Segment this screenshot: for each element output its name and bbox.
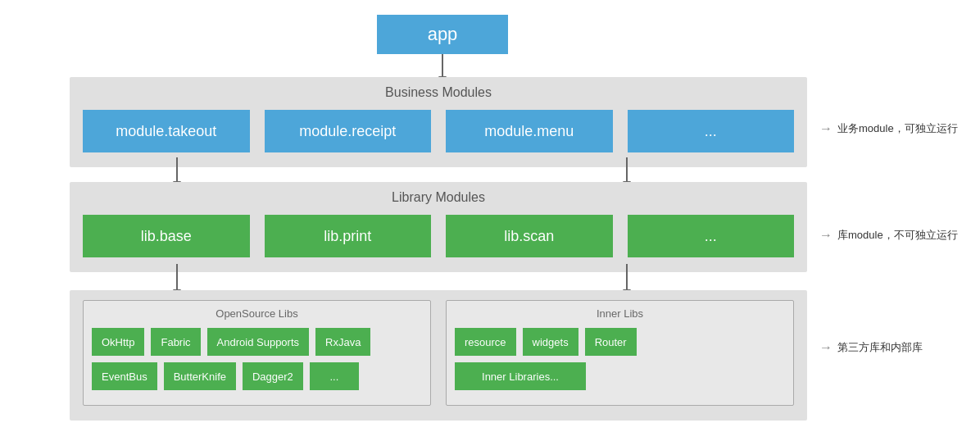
rxjava-box: RxJava	[315, 328, 370, 356]
inner-libs-title: Inner Libs	[455, 307, 785, 320]
fabric-box: Fabric	[151, 328, 200, 356]
opensource-libs-title: OpenSource Libs	[92, 307, 422, 320]
butterknife-box: ButterKnife	[164, 362, 236, 390]
arrow-icon-3: →	[819, 340, 833, 355]
library-section-title: Library Modules	[83, 190, 794, 205]
lib-print: lib.print	[265, 215, 432, 257]
lib-scan: lib.scan	[446, 215, 613, 257]
inner-row1: resource widgets Router	[455, 328, 785, 356]
arrow-app-to-business	[442, 54, 443, 77]
module-menu: module.menu	[446, 110, 613, 152]
router-box: Router	[585, 328, 637, 356]
okhttp-box: OkHttp	[92, 328, 144, 356]
android-supports-box: Android Supports	[207, 328, 309, 356]
opensource-row2: EventBus ButterKnife Dagger2 ...	[92, 362, 422, 390]
arrow-icon-1: →	[819, 121, 833, 136]
inner-libs-box: Inner Libs resource widgets Router Inner…	[446, 300, 794, 406]
widgets-box: widgets	[523, 328, 578, 356]
arrow-lib-left	[176, 264, 178, 290]
annotation-thirdparty: → 第三方库和内部库	[819, 340, 923, 355]
arrow-biz-left	[176, 157, 178, 182]
module-ellipsis: ...	[628, 110, 795, 152]
annotation-library-text: 库module，不可独立运行	[837, 228, 958, 243]
arrow-icon-2: →	[819, 228, 833, 243]
opensource-libs-box: OpenSource Libs OkHttp Fabric Android Su…	[83, 300, 431, 406]
annotation-business: → 业务module，可独立运行	[819, 121, 958, 136]
library-module-row: lib.base lib.print lib.scan ...	[83, 215, 794, 257]
lib-ellipsis: ...	[628, 215, 795, 257]
annotation-thirdparty-text: 第三方库和内部库	[837, 340, 923, 355]
annotation-library: → 库module，不可独立运行	[819, 228, 958, 243]
dagger2-box: Dagger2	[243, 362, 303, 390]
bottom-section: OpenSource Libs OkHttp Fabric Android Su…	[70, 290, 807, 421]
opensource-row1: OkHttp Fabric Android Supports RxJava	[92, 328, 422, 356]
diagram-container: app Business Modules module.takeout modu…	[0, 0, 980, 432]
arrow-biz-right	[626, 157, 628, 182]
arrow-lib-right	[626, 264, 628, 290]
module-receipt: module.receipt	[265, 110, 432, 152]
business-section-title: Business Modules	[83, 85, 794, 100]
eventbus-box: EventBus	[92, 362, 157, 390]
resource-box: resource	[455, 328, 516, 356]
lib-base: lib.base	[83, 215, 250, 257]
module-takeout: module.takeout	[83, 110, 250, 152]
business-module-row: module.takeout module.receipt module.men…	[83, 110, 794, 152]
business-section: Business Modules module.takeout module.r…	[70, 77, 807, 167]
inner-libraries-box: Inner Libraries...	[455, 362, 586, 390]
app-box: app	[377, 15, 508, 54]
app-label: app	[428, 24, 458, 45]
library-section: Library Modules lib.base lib.print lib.s…	[70, 182, 807, 272]
annotation-business-text: 业务module，可独立运行	[837, 121, 958, 136]
opensource-ellipsis-box: ...	[310, 362, 359, 390]
inner-row2: Inner Libraries...	[455, 362, 785, 390]
